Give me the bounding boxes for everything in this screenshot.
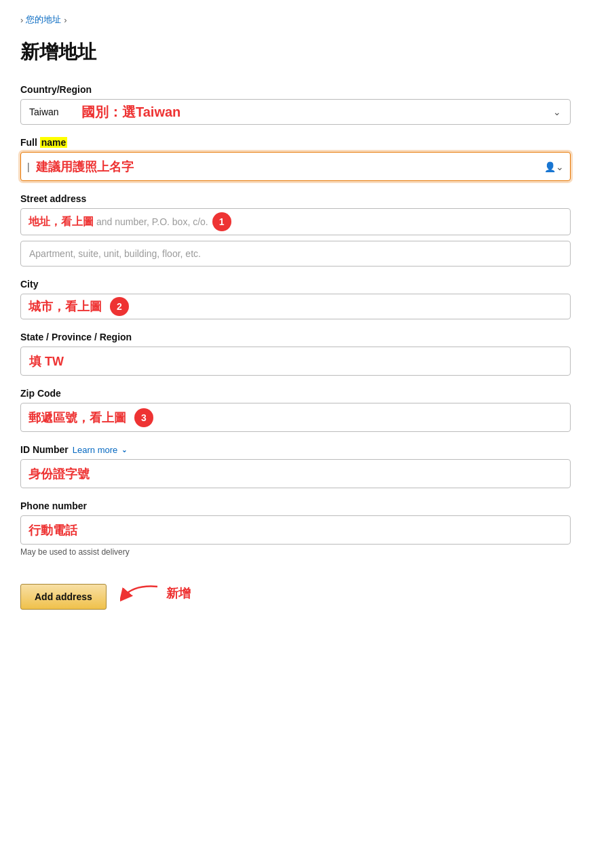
state-group: State / Province / Region: [20, 332, 571, 376]
phone-group: Phone number 行動電話 May be used to assist …: [20, 500, 571, 557]
page-title: 新增地址: [20, 39, 571, 65]
person-icon[interactable]: 👤⌄: [544, 161, 564, 172]
street-address-input[interactable]: [20, 208, 571, 235]
phone-input[interactable]: [20, 515, 571, 545]
street-input-wrapper: 地址，看上圖 and number, P.O. box, c/o. 1: [20, 208, 571, 235]
id-number-label: ID Number Learn more ⌄: [20, 444, 571, 455]
country-region-select[interactable]: Taiwan United States Japan: [20, 99, 571, 125]
id-number-input[interactable]: [20, 459, 571, 488]
city-input[interactable]: [20, 294, 571, 319]
breadcrumb-chevron: ›: [20, 15, 23, 25]
breadcrumb-chevron2: ›: [64, 15, 66, 25]
phone-help-text: May be used to assist delivery: [20, 547, 571, 557]
state-label: State / Province / Region: [20, 332, 571, 342]
breadcrumb-link[interactable]: 您的地址: [26, 14, 61, 26]
city-label: City: [20, 279, 571, 290]
id-learn-more[interactable]: Learn more: [73, 445, 117, 455]
full-name-wrapper: | 👤⌄: [20, 152, 571, 181]
full-name-group: Full name | 👤⌄: [20, 137, 571, 181]
new-annotation: 新增: [120, 583, 191, 604]
id-input-wrapper: 身份證字號: [20, 459, 571, 488]
add-address-button[interactable]: Add address: [20, 584, 107, 610]
country-region-select-wrapper: Taiwan United States Japan 國別：選Taiwan ⌄: [20, 99, 571, 125]
country-region-group: Country/Region Taiwan United States Japa…: [20, 84, 571, 125]
label-highlight: name: [40, 137, 68, 148]
full-name-input[interactable]: [20, 152, 571, 181]
zip-input[interactable]: [20, 403, 571, 432]
country-region-label: Country/Region: [20, 84, 571, 95]
phone-label: Phone number: [20, 500, 571, 511]
street-address-input-2[interactable]: [20, 241, 571, 267]
zip-group: Zip Code 郵遞區號，看上圖 3: [20, 388, 571, 432]
breadcrumb: › 您的地址 ›: [20, 14, 571, 26]
full-name-label: Full name: [20, 137, 571, 148]
state-input[interactable]: [20, 347, 571, 376]
street-address-group: Street address 地址，看上圖 and number, P.O. b…: [20, 193, 571, 267]
bottom-section: Add address 新增: [20, 577, 571, 610]
street-address-label: Street address: [20, 193, 571, 204]
zip-label: Zip Code: [20, 388, 571, 399]
id-number-group: ID Number Learn more ⌄ 身份證字號: [20, 444, 571, 488]
city-group: City 城市，看上圖 2: [20, 279, 571, 319]
city-input-wrapper: 城市，看上圖 2: [20, 294, 571, 319]
zip-wrapper: 郵遞區號，看上圖 3: [20, 403, 571, 432]
arrow-icon: [120, 583, 161, 604]
phone-input-wrapper: 行動電話: [20, 515, 571, 545]
id-learn-more-chevron: ⌄: [121, 446, 127, 454]
